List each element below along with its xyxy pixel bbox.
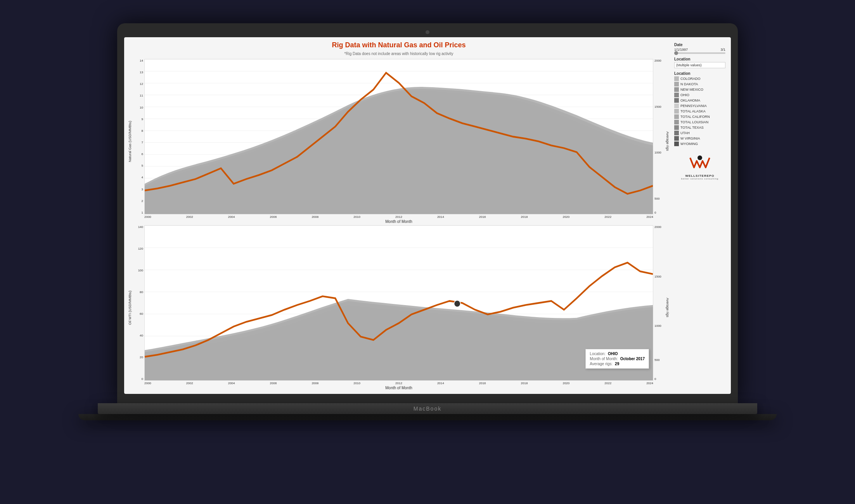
chart1-wrapper [144, 59, 653, 214]
legend-item[interactable]: N DAKOTA [674, 82, 725, 86]
tooltip-rigs-label: Average rigs: [590, 362, 613, 366]
legend-item[interactable]: TOTAL TEXAS [674, 125, 725, 130]
chart1-y-left-label: Natural Gas (USD/MMBtu) [128, 59, 133, 224]
chart-subtitle: *Rig Data does not include areas with hi… [128, 52, 670, 56]
chart1-y-left-ticks: 1413121110987654321 [133, 59, 144, 214]
laptop-camera [426, 30, 429, 34]
laptop-base [98, 403, 757, 414]
chart2-y-left-label: Oil WTI (USD/MMBtu) [128, 225, 133, 390]
date-label: Date [674, 43, 725, 47]
chart1-section: Natural Gas (USD/MMBtu) 1413121110987654… [128, 59, 670, 224]
chart1-x-ticks: 2000200220042006200820102012201420162018… [144, 215, 653, 219]
legend-item[interactable]: OHIO [674, 93, 725, 97]
slider-thumb[interactable] [674, 51, 678, 55]
tooltip-location-value: OHIO [608, 352, 618, 356]
legend-item[interactable]: TOTAL CALIFORN [674, 114, 725, 119]
legend-item[interactable]: OKLAHOMA [674, 98, 725, 103]
tooltip-month-value: October 2017 [620, 357, 645, 361]
logo-area: WELLSITEREPObetter solutions consulting [674, 154, 725, 180]
svg-point-22 [454, 300, 460, 307]
legend-item[interactable]: UTAH [674, 131, 725, 135]
wellsite-logo-icon [688, 154, 711, 173]
sidebar: Date 1/1/1997 3/1 Location (Multiple val… [673, 41, 727, 390]
chart1-svg [145, 59, 653, 214]
legend-item[interactable]: WYOMING [674, 142, 725, 146]
location-filter-label: Location [674, 57, 725, 61]
logo-text: WELLSITEREPObetter solutions consulting [674, 174, 725, 180]
location-section: Location (Multiple values) [674, 57, 725, 68]
legend-title: Location [674, 71, 725, 76]
legend-item[interactable]: NEW MEXICO [674, 87, 725, 92]
legend-section: Location COLORADON DAKOTANEW MEXICOOHIOO… [674, 71, 725, 146]
laptop-screen-outer: Rig Data with Natural Gas and Oil Prices… [117, 23, 738, 403]
date-section: Date 1/1/1997 3/1 [674, 43, 725, 54]
legend-item[interactable]: PENNSYLVANIA [674, 104, 725, 108]
chart2-section: Oil WTI (USD/MMBtu) 140120100806040200 [128, 225, 670, 390]
legend-item[interactable]: W VIRGINIA [674, 136, 725, 141]
legend-item[interactable]: COLORADO [674, 76, 725, 81]
tooltip-rigs-value: 29 [615, 362, 619, 366]
laptop-screen-inner: Rig Data with Natural Gas and Oil Prices… [124, 37, 731, 394]
screen-content: Rig Data with Natural Gas and Oil Prices… [124, 37, 731, 394]
chart2-y-right-label: Average rigs [664, 225, 670, 390]
chart1-y-right-label: Average rigs [664, 59, 670, 224]
chart1-x-label: Month of Month [133, 219, 664, 224]
tooltip-location-label: Location: [590, 352, 606, 356]
chart-title: Rig Data with Natural Gas and Oil Prices [128, 41, 670, 49]
chart2-wrapper: Location: OHIO Month of Month: October 2… [144, 225, 653, 381]
tooltip: Location: OHIO Month of Month: October 2… [585, 349, 649, 369]
date-slider[interactable] [674, 52, 725, 54]
legend-items: COLORADON DAKOTANEW MEXICOOHIOOKLAHOMAPE… [674, 76, 725, 146]
chart2-y-left-ticks: 140120100806040200 [133, 225, 144, 381]
charts-area: Rig Data with Natural Gas and Oil Prices… [128, 41, 670, 390]
laptop-container: Rig Data with Natural Gas and Oil Prices… [78, 23, 777, 481]
location-filter[interactable]: (Multiple values) [674, 62, 725, 68]
chart1-y-right-ticks: 2000150010005000 [653, 59, 664, 214]
laptop-bottom [78, 414, 777, 420]
chart2-x-label: Month of Month [133, 386, 664, 390]
svg-point-23 [698, 155, 702, 160]
chart2-svg [145, 226, 653, 380]
legend-item[interactable]: TOTAL LOUISIAN [674, 120, 725, 124]
tooltip-month-label: Month of Month: [590, 357, 618, 361]
chart2-x-ticks: 2000200220042006200820102012201420162018… [144, 381, 653, 385]
date-range: 1/1/1997 3/1 [674, 48, 725, 52]
chart2-y-right-ticks: 2000150010005000 [653, 225, 664, 381]
legend-item[interactable]: TOTAL ALASKA [674, 109, 725, 114]
date-end: 3/1 [720, 48, 725, 52]
